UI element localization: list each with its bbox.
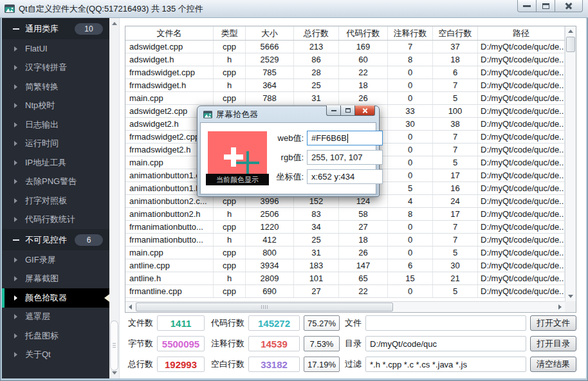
column-header-code-lines[interactable]: 代码行数 <box>339 26 388 40</box>
dialog-maximize-button[interactable] <box>340 106 355 116</box>
sidebar-item[interactable]: 汉字转拼音 <box>2 59 109 78</box>
sidebar-item[interactable]: FlatUI <box>2 39 109 59</box>
stats-row: 文件数1411代码行数14527275.27%文件打开文件 <box>125 315 576 331</box>
maximize-button[interactable] <box>536 0 555 12</box>
scroll-left-icon[interactable] <box>129 304 132 310</box>
cell-filename: frmadswidget.h <box>125 79 214 91</box>
sidebar-item[interactable]: 打字对照板 <box>2 191 109 210</box>
sidebar-item[interactable]: 运行时间 <box>2 135 109 154</box>
table-horizontal-scrollbar[interactable] <box>125 301 565 312</box>
rgb-value-label: rgb值: <box>270 152 304 163</box>
column-header-filename[interactable]: 文件名 <box>125 26 214 40</box>
sidebar-scrollbar[interactable] <box>109 18 120 378</box>
cell-blank-lines: 5 <box>433 92 478 104</box>
sidebar-scrollbar-thumb[interactable] <box>110 321 118 371</box>
table-row[interactable]: main.cppcpp800312605D:/myQt/code/quc/de.… <box>125 246 576 259</box>
table-row[interactable]: frmantline.cppcpp690272205D:/myQt/code/q… <box>125 285 576 298</box>
table-row[interactable]: frmanimationbutto...h412251807D:/myQt/co… <box>125 234 576 246</box>
table-vertical-scrollbar[interactable] <box>565 26 576 301</box>
cell-code-lines: 22 <box>339 285 388 297</box>
sidebar-item[interactable]: 托盘图标 <box>2 326 109 346</box>
sidebar-item[interactable]: 简繁转换 <box>2 77 109 97</box>
cell-code-lines: 147 <box>339 259 388 272</box>
scroll-right-icon[interactable] <box>558 304 562 310</box>
dialog-close-button[interactable] <box>354 106 375 116</box>
stat-percent: 7.53% <box>304 336 340 351</box>
rgb-value-input[interactable]: 255, 107, 107 <box>307 150 383 165</box>
sidebar-item[interactable]: 颜色拾取器 <box>2 288 109 308</box>
cell-type: h <box>214 272 246 284</box>
sidebar-item-label: 颜色拾取器 <box>25 292 67 304</box>
open-directory-button[interactable]: 打开目录 <box>530 336 576 351</box>
column-header-size[interactable]: 大小 <box>246 26 294 40</box>
scroll-up-icon[interactable] <box>112 22 117 25</box>
table-row[interactable]: frmanimationbutto...cpp1220342707D:/myQt… <box>125 221 576 234</box>
sidebar-item[interactable]: IP地址工具 <box>2 153 109 172</box>
table-row[interactable]: antline.cppcpp3934183147630D:/myQt/code/… <box>125 259 576 272</box>
vertical-scrollbar-thumb[interactable] <box>566 37 575 52</box>
sidebar-item-label: 屏幕截图 <box>25 273 59 284</box>
sidebar-group-header[interactable]: 通用类库10 <box>2 18 109 39</box>
table-row[interactable]: adswidget.cppcpp5666213169737D:/myQt/cod… <box>125 41 576 53</box>
cell-comment-lines: 4 <box>388 195 433 207</box>
sidebar-group-badge: 6 <box>75 234 103 246</box>
cell-total-lines: 28 <box>294 66 339 79</box>
scroll-down-icon[interactable] <box>112 371 117 375</box>
coordinate-value-input[interactable]: x:652 y:434 <box>307 169 383 184</box>
chevron-right-icon <box>14 314 17 319</box>
text-field-filter[interactable]: *.h *.cpp *.c *.cs *.java *.js <box>365 357 526 372</box>
field-label: 目录 <box>344 338 362 349</box>
cell-size: 2506 <box>246 208 294 220</box>
scroll-up-icon[interactable] <box>568 30 573 33</box>
column-header-type[interactable]: 类型 <box>214 26 246 40</box>
cell-code-lines: 60 <box>339 53 388 66</box>
close-button[interactable] <box>555 0 583 12</box>
cell-comment-lines: 0 <box>388 234 433 246</box>
column-header-blank-lines[interactable]: 空白行数 <box>433 26 478 40</box>
minimize-button[interactable] <box>517 0 537 12</box>
cell-type: cpp <box>214 259 246 272</box>
sidebar-item[interactable]: 遮罩层 <box>2 308 109 327</box>
sidebar-item[interactable]: 日志输出 <box>2 115 109 135</box>
cell-size: 3934 <box>246 259 294 272</box>
clear-results-button[interactable]: 清空结果 <box>530 357 576 372</box>
cell-path: D:/myQt/code/quc/de.. <box>478 144 565 156</box>
table-row[interactable]: antline.hh2809101651521D:/myQt/code/quc/… <box>125 272 576 285</box>
cell-type: cpp <box>214 92 246 104</box>
column-header-path[interactable]: 路径 <box>478 26 565 40</box>
table-row[interactable]: frmadswidget.cppcpp785282206D:/myQt/code… <box>125 66 576 79</box>
table-row[interactable]: frmadswidget.hh364251807D:/myQt/code/quc… <box>125 79 576 92</box>
sidebar-item-label: 日志输出 <box>25 119 59 131</box>
cell-size: 412 <box>246 234 294 246</box>
stats-row: 字节数5500095注释行数145397.53%目录D:/myQt/code/q… <box>125 336 576 351</box>
table-row[interactable]: adswidget.hh25298660818D:/myQt/code/quc/… <box>125 53 576 66</box>
table-row[interactable]: animationbutton2.c...cpp3996152124424D:/… <box>125 195 576 208</box>
sidebar-item[interactable]: 去除PNG警告 <box>2 172 109 192</box>
scroll-down-icon[interactable] <box>568 295 573 298</box>
coordinate-value-label: 坐标值: <box>270 171 304 183</box>
sidebar-item[interactable]: Ntp校时 <box>2 97 109 116</box>
sidebar-item[interactable]: 关于Qt <box>2 346 109 365</box>
web-value-input[interactable]: #FF6B6B <box>307 131 383 145</box>
table-row[interactable]: main.cppcpp788312605D:/myQt/code/quc/de.… <box>125 92 576 105</box>
chevron-right-icon <box>14 352 17 357</box>
sidebar-item[interactable]: 代码行数统计 <box>2 210 109 230</box>
column-header-comment-lines[interactable]: 注释行数 <box>388 26 433 40</box>
column-header-total-lines[interactable]: 总行数 <box>294 26 339 40</box>
table-header-row: 文件名类型大小总行数代码行数注释行数空白行数路径 <box>125 26 576 41</box>
horizontal-scrollbar-thumb[interactable] <box>136 302 393 311</box>
cell-filename: animationbutton2.h <box>125 208 214 220</box>
cell-comment-lines: 0 <box>388 169 433 181</box>
sidebar-item[interactable]: GIF录屏 <box>2 250 109 270</box>
table-row[interactable]: animationbutton2.hh25068358817D:/myQt/co… <box>125 208 576 221</box>
sidebar-item[interactable]: 屏幕截图 <box>2 270 109 289</box>
cell-type: h <box>214 208 246 220</box>
stat-percent: 17.19% <box>304 357 340 372</box>
dialog-minimize-button[interactable] <box>326 106 341 116</box>
open-file-button[interactable]: 打开文件 <box>530 315 576 331</box>
text-field-file[interactable] <box>365 315 526 331</box>
text-field-directory[interactable]: D:/myQt/code/quc <box>365 336 526 351</box>
sidebar-item-label: 运行时间 <box>25 138 59 149</box>
cell-type: h <box>214 79 246 91</box>
sidebar-group-header[interactable]: 不可见控件6 <box>2 229 109 250</box>
